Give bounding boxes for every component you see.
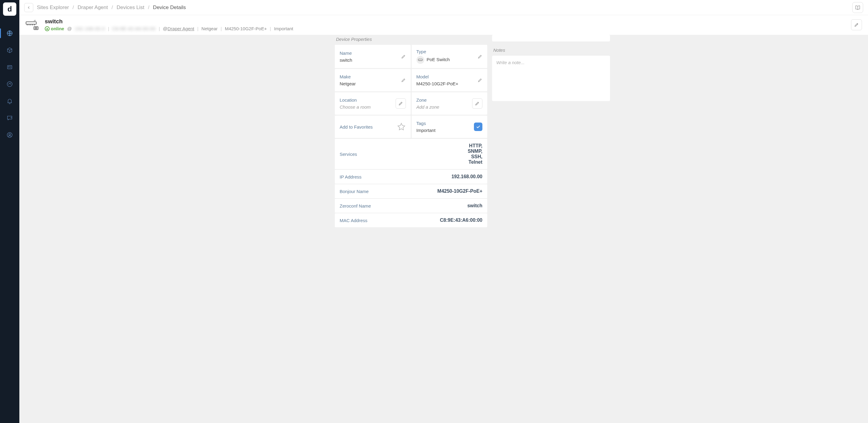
detail-ip-row: IP Address 192.168.00.00 bbox=[335, 170, 487, 184]
nav-globe-icon[interactable] bbox=[0, 25, 19, 42]
detail-list: Services HTTP, SNMP, SSH, Telnet IP Addr… bbox=[335, 139, 487, 227]
crumb-draper-agent[interactable]: Draper Agent bbox=[78, 4, 108, 10]
status-online-badge: online bbox=[45, 26, 64, 31]
meta-sep: | bbox=[159, 26, 160, 31]
property-name-label: Name bbox=[340, 51, 401, 56]
property-model-card: Model M4250-10G2F-PoE+ bbox=[412, 69, 488, 91]
detail-zeroconf-value: switch bbox=[467, 203, 483, 209]
property-type-value: PoE Switch bbox=[427, 57, 450, 62]
property-type-card: Type PoE Switch bbox=[412, 45, 488, 68]
help-book-icon[interactable] bbox=[852, 2, 863, 13]
detail-ip-value: 192.168.00.00 bbox=[452, 174, 483, 179]
notes-input[interactable]: Write a note... bbox=[492, 56, 610, 101]
svg-point-3 bbox=[7, 82, 12, 87]
detail-mac-label: MAC Address bbox=[340, 218, 368, 223]
meta-make: Netgear bbox=[202, 26, 217, 31]
crumb-devices-list[interactable]: Devices List bbox=[117, 4, 144, 10]
properties-grid: Name switch Type bbox=[335, 45, 487, 138]
nav-dashboard-icon[interactable] bbox=[0, 75, 19, 93]
meta-at: @ bbox=[67, 26, 72, 31]
app-logo[interactable]: d bbox=[3, 2, 16, 16]
property-favorites-card[interactable]: Add to Favorites bbox=[335, 116, 411, 138]
tags-check-badge[interactable] bbox=[474, 123, 483, 131]
meta-sep: | bbox=[197, 26, 198, 31]
property-tags-value: Important bbox=[416, 128, 474, 133]
side-card-fragment bbox=[492, 35, 610, 41]
meta-mac-blurred: C8:9E:43:A6:00:00 bbox=[112, 26, 156, 31]
edit-name-button[interactable] bbox=[401, 54, 406, 59]
meta-model: M4250-10G2F-PoE+ bbox=[225, 26, 267, 31]
nav-card-icon[interactable] bbox=[0, 59, 19, 75]
agent-link[interactable]: Draper Agent bbox=[167, 26, 194, 31]
crumb-sep: / bbox=[148, 4, 149, 10]
online-dot-icon bbox=[45, 26, 50, 31]
agent-prefix: @ bbox=[163, 26, 167, 31]
svg-rect-9 bbox=[418, 59, 423, 61]
property-name-value: switch bbox=[340, 58, 401, 63]
favorite-star-icon[interactable] bbox=[397, 122, 406, 131]
property-favorites-label: Add to Favorites bbox=[340, 124, 397, 129]
status-text: online bbox=[51, 26, 64, 31]
detail-mac-value: C8:9E:43:A6:00:00 bbox=[440, 217, 483, 223]
edit-header-button[interactable] bbox=[851, 19, 862, 30]
crumb-current: Device Details bbox=[153, 4, 186, 10]
svg-rect-1 bbox=[7, 66, 12, 69]
detail-services-value: HTTP, SNMP, SSH, Telnet bbox=[468, 143, 483, 165]
back-button[interactable] bbox=[24, 3, 33, 12]
detail-bonjour-value: M4250-10G2F-PoE+ bbox=[437, 188, 483, 194]
device-meta-row: online @ 192.168.00.0 | C8:9E:43:A6:00:0… bbox=[45, 26, 846, 31]
nav-cube-icon[interactable] bbox=[0, 42, 19, 59]
property-make-card: Make Netgear bbox=[335, 69, 411, 91]
nav-chat-icon[interactable] bbox=[0, 110, 19, 126]
sidebar: d bbox=[0, 0, 19, 423]
property-model-value: M4250-10G2F-PoE+ bbox=[416, 81, 478, 86]
property-tags-card: Tags Important bbox=[412, 116, 488, 138]
poe-switch-icon bbox=[416, 56, 424, 64]
svg-point-5 bbox=[9, 133, 10, 135]
detail-zeroconf-label: Zeroconf Name bbox=[340, 203, 371, 209]
property-zone-label: Zone bbox=[416, 97, 472, 102]
crumb-sep: / bbox=[72, 4, 74, 10]
svg-point-2 bbox=[8, 66, 9, 67]
detail-services-label: Services bbox=[340, 152, 357, 157]
topbar: Sites Explorer / Draper Agent / Devices … bbox=[19, 0, 868, 15]
edit-model-button[interactable] bbox=[477, 78, 483, 83]
detail-zeroconf-row: Zeroconf Name switch bbox=[335, 199, 487, 213]
property-name-card: Name switch bbox=[335, 45, 411, 68]
detail-mac-row: MAC Address C8:9E:43:A6:00:00 bbox=[335, 213, 487, 227]
device-title: switch bbox=[45, 18, 846, 25]
meta-sep: | bbox=[220, 26, 222, 31]
section-heading-notes: Notes bbox=[493, 48, 610, 53]
meta-sep: | bbox=[108, 26, 109, 31]
property-tags-label: Tags bbox=[416, 121, 474, 126]
nav-bell-icon[interactable] bbox=[0, 93, 19, 110]
property-make-value: Netgear bbox=[340, 81, 401, 86]
crumb-sep: / bbox=[112, 4, 113, 10]
property-model-label: Model bbox=[416, 74, 478, 79]
nav-user-icon[interactable] bbox=[0, 126, 19, 144]
property-zone-card: Zone Add a zone bbox=[412, 92, 488, 115]
property-zone-placeholder: Add a zone bbox=[416, 104, 472, 110]
edit-type-button[interactable] bbox=[477, 54, 483, 59]
svg-rect-6 bbox=[26, 22, 36, 24]
edit-zone-button[interactable] bbox=[472, 98, 483, 109]
meta-sep: | bbox=[270, 26, 271, 31]
detail-bonjour-label: Bonjour Name bbox=[340, 189, 369, 194]
property-location-placeholder: Choose a room bbox=[340, 104, 396, 110]
device-header: switch online @ 192.168.00.0 | C8:9E:43:… bbox=[19, 15, 868, 35]
svg-rect-7 bbox=[34, 27, 38, 30]
section-heading-properties: Device Properties bbox=[336, 37, 487, 42]
property-location-label: Location bbox=[340, 97, 396, 102]
property-make-label: Make bbox=[340, 74, 401, 79]
crumb-sites-explorer[interactable]: Sites Explorer bbox=[37, 4, 69, 10]
property-location-card: Location Choose a room bbox=[335, 92, 411, 115]
breadcrumb: Sites Explorer / Draper Agent / Devices … bbox=[37, 4, 186, 10]
detail-ip-label: IP Address bbox=[340, 174, 362, 179]
meta-ip-blurred: 192.168.00.0 bbox=[75, 26, 105, 31]
detail-bonjour-row: Bonjour Name M4250-10G2F-PoE+ bbox=[335, 184, 487, 198]
meta-tag: Important bbox=[274, 26, 293, 31]
edit-location-button[interactable] bbox=[396, 98, 406, 109]
device-switch-icon bbox=[25, 19, 40, 31]
property-type-label: Type bbox=[416, 49, 478, 54]
edit-make-button[interactable] bbox=[401, 78, 406, 83]
